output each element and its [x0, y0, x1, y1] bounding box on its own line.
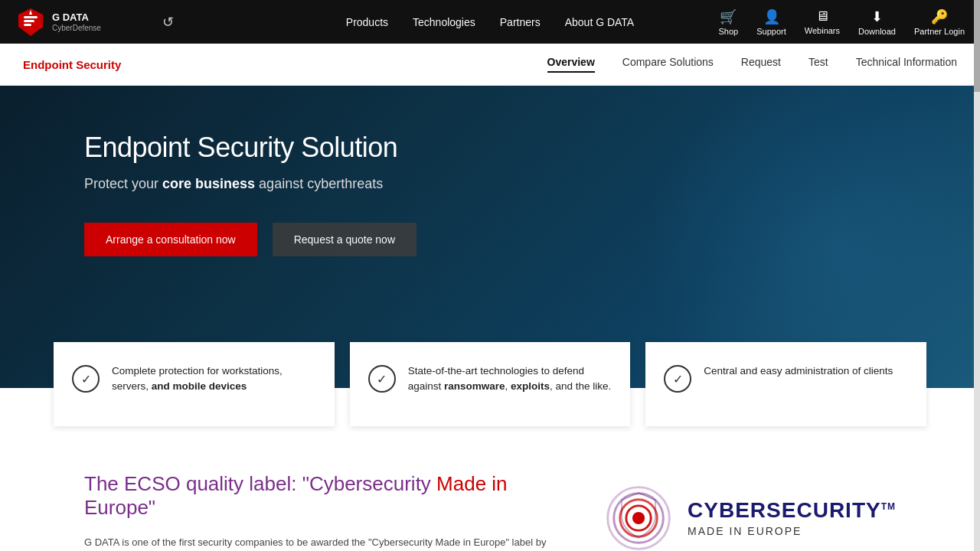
page-title[interactable]: Endpoint Security [23, 58, 121, 71]
secondary-nav-links: Overview Compare Solutions Request Test … [547, 56, 957, 73]
svg-rect-2 [24, 16, 38, 18]
feature-card-3: ✓ Central and easy administration of cli… [645, 342, 926, 426]
partner-login-button[interactable]: 🔑 Partner Login [914, 8, 965, 36]
tab-overview[interactable]: Overview [547, 56, 595, 73]
partner-label: Partner Login [914, 27, 965, 36]
nav-technologies[interactable]: Technologies [413, 16, 475, 28]
scrollbar-thumb[interactable] [974, 0, 980, 92]
support-label: Support [756, 27, 786, 36]
feature-cards: ✓ Complete protection for workstations, … [0, 342, 980, 426]
svg-rect-3 [24, 20, 34, 22]
ecso-shield-icon [605, 472, 672, 551]
feature-text-1: Complete protection for workstations, se… [112, 364, 316, 395]
check-icon-2: ✓ [368, 365, 396, 393]
arrange-consultation-button[interactable]: Arrange a consultation now [84, 223, 257, 256]
feature-text-2: State-of-the-art technologies to defend … [408, 364, 612, 395]
tab-technical[interactable]: Technical Information [856, 56, 957, 73]
ecso-made-in: Made in [436, 472, 508, 495]
hero-subtitle: Protect your core business against cyber… [84, 176, 896, 192]
nav-products[interactable]: Products [346, 16, 388, 28]
tab-test[interactable]: Test [808, 56, 828, 73]
hero-subtitle-prefix: Protect your [84, 176, 162, 191]
top-actions: 🛒 Shop 👤 Support 🖥 Webinars ⬇ Download 🔑… [719, 8, 965, 36]
support-icon: 👤 [763, 8, 780, 25]
shop-icon: 🛒 [720, 8, 737, 25]
partner-icon: 🔑 [931, 8, 948, 25]
ecso-badge-line1: CYBERSECURITYTM [688, 499, 896, 523]
gdata-logo-icon [15, 7, 46, 37]
hero-subtitle-suffix: against cyberthreats [255, 176, 383, 191]
feature-text-3: Central and easy administration of clien… [704, 364, 893, 379]
scrollbar[interactable] [974, 0, 980, 551]
request-quote-button[interactable]: Request a quote now [273, 223, 416, 256]
secondary-nav: Endpoint Security Overview Compare Solut… [0, 44, 980, 86]
tab-compare[interactable]: Compare Solutions [622, 56, 714, 73]
ecso-badge-text-area: CYBERSECURITYTM MADE IN EUROPE [688, 499, 896, 538]
hero-buttons: Arrange a consultation now Request a quo… [84, 223, 896, 256]
check-icon-3: ✓ [664, 365, 691, 393]
logo-sub: CyberDefense [52, 24, 101, 32]
shop-button[interactable]: 🛒 Shop [719, 8, 739, 36]
ecso-text-area: The ECSO quality label: "Cybersecurity M… [84, 472, 559, 551]
tab-request[interactable]: Request [741, 56, 781, 73]
download-label: Download [858, 27, 896, 36]
main-navigation: Products Technologies Partners About G D… [346, 16, 634, 28]
webinars-button[interactable]: 🖥 Webinars [805, 8, 840, 35]
top-nav: G DATA CyberDefense ↺ Products Technolog… [0, 0, 980, 44]
nav-partners[interactable]: Partners [500, 16, 541, 28]
feature-card-2: ✓ State-of-the-art technologies to defen… [350, 342, 631, 426]
hero-title: Endpoint Security Solution [84, 132, 896, 164]
download-icon: ⬇ [871, 8, 883, 25]
webinars-label: Webinars [805, 26, 840, 35]
ecso-body: G DATA is one of the first security comp… [84, 535, 559, 551]
logo-area[interactable]: G DATA CyberDefense [15, 7, 153, 37]
check-icon-1: ✓ [72, 365, 100, 393]
logo-name: G DATA [52, 11, 101, 24]
hero-subtitle-bold: core business [162, 176, 255, 191]
svg-rect-4 [24, 24, 31, 26]
support-button[interactable]: 👤 Support [756, 8, 786, 36]
ecso-title: The ECSO quality label: "Cybersecurity M… [84, 472, 559, 520]
ecso-logo-area: CYBERSECURITYTM MADE IN EUROPE [605, 472, 896, 551]
nav-about[interactable]: About G DATA [565, 16, 635, 28]
shop-label: Shop [719, 27, 739, 36]
back-button[interactable]: ↺ [162, 14, 174, 31]
svg-point-9 [632, 512, 645, 524]
ecso-badge-line2: MADE IN EUROPE [688, 525, 896, 537]
feature-card-1: ✓ Complete protection for workstations, … [54, 342, 335, 426]
webinars-icon: 🖥 [815, 8, 829, 24]
download-button[interactable]: ⬇ Download [858, 8, 896, 36]
ecso-section: The ECSO quality label: "Cybersecurity M… [0, 426, 980, 551]
